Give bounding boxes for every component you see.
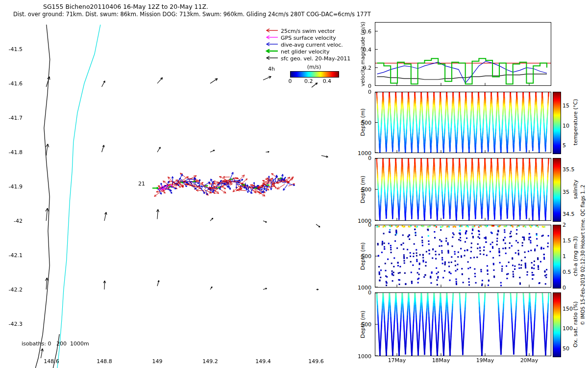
oxygen-colorbar <box>553 292 561 357</box>
depth-ytick-label: 500 <box>361 322 371 327</box>
legend-item-3: net glider velocity <box>264 48 350 55</box>
map-xtick-label: 148.8 <box>97 359 112 364</box>
map-ytick-label: -41.6 <box>9 81 23 86</box>
legend-item-1: GPS surface velocity <box>264 34 350 41</box>
legend-item-4: sfc geo. vel. 20-May-2011 <box>264 55 350 62</box>
map-ytick-label: -41.9 <box>9 184 23 189</box>
colorbar-tick-label: 1.5 <box>563 238 571 243</box>
temperature-colorbar <box>553 92 561 154</box>
depth-ytick-label: 500 <box>361 254 371 259</box>
velocity-ytick-label: 0.2 <box>363 65 372 70</box>
colorbar-tick-label: 2 <box>563 222 566 228</box>
depth-ytick-label: 0 <box>368 290 371 295</box>
depth-ytick-label: 1000 <box>358 354 371 359</box>
depth-ytick-label: 500 <box>361 120 371 125</box>
salinity-panel-canvas <box>375 158 551 221</box>
time-xtick-label: 19May <box>476 358 494 363</box>
depth-ytick-label: 0 <box>368 222 371 228</box>
depth-ytick-label: 0 <box>368 156 371 161</box>
map-ytick-label: -41.5 <box>9 47 23 52</box>
scale-label: 4h <box>268 66 275 72</box>
legend-label: net glider velocity <box>281 49 329 55</box>
colorbar-tick-label: 0.5 <box>563 269 571 275</box>
colorbar-tick-label: 5 <box>563 142 566 148</box>
velocity-ytick-label: 0.6 <box>363 28 372 34</box>
velocity-colorbar <box>290 71 339 78</box>
colorbar-tick-label: 50 <box>563 345 569 351</box>
oxygen-colorbar-label: Ox. sat. ratio (%) <box>573 301 578 347</box>
velocity-ytick-label: 0.4 <box>363 47 372 52</box>
legend-arrow-icon <box>264 42 278 48</box>
salinity-colorbar <box>553 158 561 222</box>
chlorophyll-colorbar <box>553 225 561 289</box>
temperature-colorbar-label: temperature (°C) <box>573 99 578 145</box>
time-xtick-label: 18May <box>432 358 450 363</box>
time-xtick-label: 20May <box>520 358 539 363</box>
legend-arrow-icon <box>264 35 278 41</box>
legend-label: sfc geo. vel. 20-May-2011 <box>281 55 350 62</box>
map-ytick-label: -41.7 <box>9 115 23 121</box>
map-xtick-label: 149 <box>152 359 163 364</box>
map-ytick-label: -42.2 <box>9 287 23 292</box>
colorbar-tick-label: 35 <box>563 189 569 194</box>
time-xtick-label: 17May <box>388 358 406 363</box>
legend-label: GPS surface velocity <box>281 35 336 41</box>
map-ytick-label: -42.1 <box>9 253 23 258</box>
colorbar-tick-label: 15 <box>563 103 569 108</box>
map-colorbar-tick-label: 0.4 <box>323 79 332 84</box>
attribution: © IMOS 15-Feb-2019 02:12:30 Hobart time.… <box>581 184 586 325</box>
colorbar-tick-label: 10 <box>563 123 569 128</box>
map-xtick-label: 149.4 <box>255 359 271 364</box>
map-colorbar-title: (m/s) <box>307 64 321 70</box>
salinity-colorbar-label: salinity <box>573 180 578 199</box>
legend-label: 25cm/s swim vector <box>281 28 335 34</box>
legend-label: dive-avg current veloc. <box>281 42 343 48</box>
map-ytick-label: -42 <box>14 218 23 224</box>
chlorophyll-panel-canvas <box>375 225 551 288</box>
legend-arrow-icon <box>264 28 278 34</box>
colorbar-tick-label: 100 <box>563 326 573 331</box>
depth-ytick-label: 0 <box>368 89 371 95</box>
legend-arrow-icon <box>264 55 278 62</box>
depth-ytick-label: 500 <box>361 187 371 192</box>
figure-title: SG155 Bicheno20110406 16-May 12Z to 20-M… <box>43 4 208 10</box>
legend-item-0: 25cm/s swim vector <box>264 27 350 34</box>
colorbar-tick-label: 34.5 <box>563 211 575 217</box>
colorbar-tick-label: 0 <box>563 285 566 290</box>
chlorophyll-colorbar-label: chl-a (mg m-3) <box>573 236 578 276</box>
map-xtick-label: 149.2 <box>202 359 218 364</box>
map-xtick-label: 149.6 <box>308 359 324 364</box>
oxygen-panel-canvas <box>375 292 551 356</box>
velocity-panel-canvas <box>375 22 551 86</box>
colorbar-tick-label: 1 <box>563 254 566 259</box>
figure: SG155 Bicheno20110406 16-May 12Z to 20-M… <box>0 0 588 368</box>
legend-arrow-icon <box>264 49 278 55</box>
velocity-ytick-label: 0 <box>368 83 371 89</box>
map-legend: 25cm/s swim vectorGPS surface velocitydi… <box>264 27 350 62</box>
legend-item-2: dive-avg current veloc. <box>264 41 350 48</box>
temperature-panel-canvas <box>375 92 551 153</box>
isobaths-note: isobaths: 0 200 1000m <box>22 341 89 346</box>
map-colorbar-tick-label: 0.2 <box>304 79 313 84</box>
colorbar-tick-label: 35.5 <box>563 166 575 172</box>
map-ytick-label: -42.3 <box>9 321 23 327</box>
colorbar-tick-label: 150 <box>563 306 573 311</box>
map-colorbar-tick-label: 0 <box>289 79 292 84</box>
map-xtick-label: 148.6 <box>44 359 59 364</box>
figure-subtitle: Dist. over ground: 71km. Dist. swum: 86k… <box>13 12 371 18</box>
dive-number-label: 21 <box>138 181 145 186</box>
map-ytick-label: -41.8 <box>9 150 23 155</box>
